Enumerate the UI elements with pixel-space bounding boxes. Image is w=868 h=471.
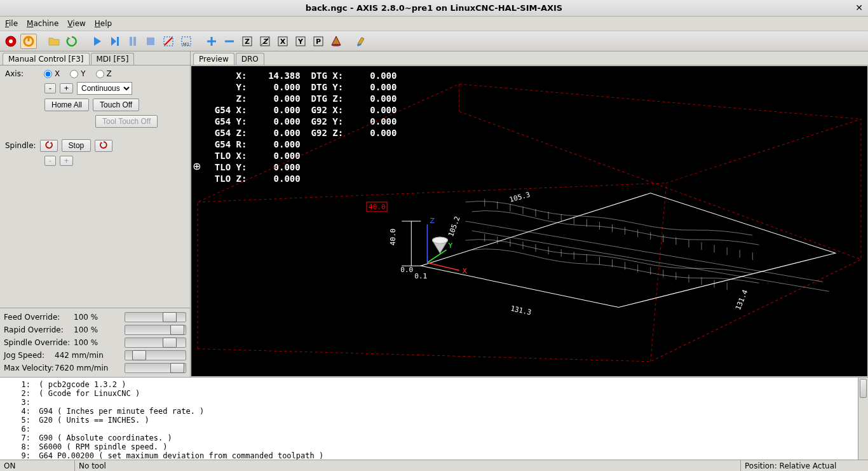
svg-point-47 bbox=[432, 237, 447, 243]
left-tabs: Manual Control [F3] MDI [F5] bbox=[0, 51, 190, 65]
rapid-override-label: Rapid Override: bbox=[4, 325, 74, 334]
svg-text:X: X bbox=[280, 38, 286, 46]
view-z2-icon[interactable]: Z bbox=[257, 34, 273, 49]
svg-text:105.2: 105.2 bbox=[447, 215, 462, 238]
jog-speed-label: Jog Speed: bbox=[4, 351, 55, 360]
gcode-line[interactable]: 6: bbox=[5, 425, 863, 433]
spindle-override-slider[interactable] bbox=[125, 338, 186, 348]
spindle-minus-button[interactable]: - bbox=[44, 156, 56, 166]
feed-override-slider[interactable] bbox=[125, 312, 186, 322]
menu-bar: File Machine View Help bbox=[0, 17, 868, 31]
feed-override-value: 100 % bbox=[74, 313, 125, 322]
svg-line-41 bbox=[427, 263, 459, 270]
status-bar: ON No tool Position: Relative Actual bbox=[0, 460, 868, 471]
gcode-scrollbar[interactable] bbox=[858, 378, 868, 460]
tool-touch-off-button[interactable]: Tool Touch Off bbox=[95, 115, 158, 128]
preview-area: Preview DRO ⊕ X: 14.388 DTG X: 0.000 Y: … bbox=[191, 51, 868, 377]
toolbar: M1 Z Z X Y P bbox=[0, 31, 868, 51]
rapid-override-slider[interactable] bbox=[125, 325, 186, 335]
jog-minus-button[interactable]: - bbox=[44, 83, 56, 93]
rapid-override-value: 100 % bbox=[74, 325, 125, 334]
power-icon[interactable] bbox=[20, 34, 37, 49]
svg-text:40.0: 40.0 bbox=[389, 229, 397, 246]
svg-text:40.0: 40.0 bbox=[369, 203, 386, 211]
svg-text:Y: Y bbox=[448, 242, 453, 250]
step-icon[interactable] bbox=[107, 34, 123, 49]
svg-text:Z: Z bbox=[245, 38, 250, 46]
menu-help[interactable]: Help bbox=[95, 19, 112, 28]
tab-mdi[interactable]: MDI [F5] bbox=[91, 53, 135, 65]
zoom-out-icon[interactable] bbox=[221, 34, 238, 49]
gcode-line[interactable]: 8: S6000 ( RPM spindle speed. ) bbox=[5, 442, 863, 451]
svg-text:P: P bbox=[316, 38, 321, 46]
axis-radio-z[interactable]: Z bbox=[96, 69, 112, 78]
window-close-icon[interactable]: ✕ bbox=[855, 3, 863, 13]
toolpath-scene: 0.0 40.0 0.1 131.3 131.4 105.3 105.2 40.… bbox=[191, 66, 867, 376]
clear-plot-icon[interactable] bbox=[353, 34, 370, 49]
gcode-listing[interactable]: 1: ( pcb2gcode 1.3.2 )2: ( Gcode for Lin… bbox=[0, 377, 868, 460]
tab-preview[interactable]: Preview bbox=[193, 53, 234, 65]
svg-text:131.3: 131.3 bbox=[510, 304, 532, 317]
status-tool: No tool bbox=[75, 460, 741, 471]
gcode-line[interactable]: 2: ( Gcode for LinuxCNC ) bbox=[5, 389, 863, 398]
svg-text:X: X bbox=[463, 267, 468, 275]
view-z-icon[interactable]: Z bbox=[239, 34, 255, 49]
menu-file[interactable]: File bbox=[5, 19, 18, 28]
view-p-icon[interactable]: P bbox=[310, 34, 327, 49]
preview-viewport[interactable]: ⊕ X: 14.388 DTG X: 0.000 Y: 0.000 DTG Y:… bbox=[191, 66, 867, 376]
svg-point-2 bbox=[9, 39, 13, 43]
run-icon[interactable] bbox=[89, 34, 105, 49]
window-title: back.ngc - AXIS 2.8.0~pre1 on LinuxCNC-H… bbox=[306, 3, 562, 13]
axis-radio-y[interactable]: Y bbox=[70, 69, 85, 78]
tab-dro[interactable]: DRO bbox=[236, 53, 264, 65]
pause-icon[interactable] bbox=[125, 34, 141, 49]
gcode-line[interactable]: 5: G20 ( Units == INCHES. ) bbox=[5, 416, 863, 425]
perspective-icon[interactable] bbox=[328, 34, 344, 49]
menu-machine[interactable]: Machine bbox=[27, 19, 58, 28]
gcode-line[interactable]: 9: G64 P0.00200 ( set maximum deviation … bbox=[5, 451, 863, 460]
gcode-line[interactable]: 3: bbox=[5, 398, 863, 407]
left-panel: Manual Control [F3] MDI [F5] Axis: X Y Z… bbox=[0, 51, 191, 377]
tab-manual-control[interactable]: Manual Control [F3] bbox=[3, 53, 90, 65]
svg-text:Y: Y bbox=[297, 38, 304, 46]
svg-text:0.0: 0.0 bbox=[400, 266, 413, 274]
spindle-label: Spindle: bbox=[5, 141, 36, 150]
spindle-cw-button[interactable] bbox=[95, 140, 112, 152]
jog-speed-value: 442 mm/min bbox=[55, 351, 125, 360]
open-icon[interactable] bbox=[46, 34, 62, 49]
svg-rect-7 bbox=[133, 37, 136, 46]
svg-text:105.3: 105.3 bbox=[508, 191, 531, 204]
menu-view[interactable]: View bbox=[67, 19, 85, 28]
zoom-in-icon[interactable] bbox=[203, 34, 220, 49]
svg-point-27 bbox=[332, 44, 341, 46]
reload-icon[interactable] bbox=[64, 34, 80, 49]
svg-rect-5 bbox=[117, 37, 119, 46]
jog-increment-select[interactable]: Continuous bbox=[77, 82, 132, 95]
spindle-ccw-button[interactable] bbox=[40, 140, 58, 152]
overrides-panel: Feed Override: 100 % Rapid Override: 100… bbox=[0, 308, 190, 377]
spindle-plus-button[interactable]: + bbox=[60, 156, 73, 166]
estop-icon[interactable] bbox=[3, 34, 19, 49]
gcode-line[interactable]: 7: G90 ( Absolute coordinates. ) bbox=[5, 433, 863, 442]
jog-speed-slider[interactable] bbox=[125, 350, 186, 360]
max-velocity-slider[interactable] bbox=[125, 363, 186, 373]
spindle-stop-button[interactable]: Stop bbox=[62, 139, 92, 152]
svg-rect-6 bbox=[130, 37, 132, 46]
feed-override-label: Feed Override: bbox=[4, 313, 74, 322]
jog-plus-button[interactable]: + bbox=[60, 83, 73, 93]
gcode-line[interactable]: 4: G94 ( Inches per minute feed rate. ) bbox=[5, 407, 863, 416]
view-x-icon[interactable]: X bbox=[275, 34, 291, 49]
home-all-button[interactable]: Home All bbox=[44, 99, 89, 111]
spindle-override-value: 100 % bbox=[74, 338, 125, 347]
touch-off-button[interactable]: Touch Off bbox=[93, 99, 139, 111]
stop-icon[interactable] bbox=[142, 34, 159, 49]
optional-stop-icon[interactable]: M1 bbox=[178, 34, 194, 49]
axis-radio-x[interactable]: X bbox=[44, 69, 60, 78]
max-velocity-value: 7620 mm/min bbox=[55, 364, 125, 372]
svg-rect-8 bbox=[147, 38, 154, 45]
view-y-icon[interactable]: Y bbox=[292, 34, 309, 49]
block-skip-icon[interactable] bbox=[160, 34, 177, 49]
status-position: Position: Relative Actual bbox=[741, 460, 868, 471]
gcode-line[interactable]: 1: ( pcb2gcode 1.3.2 ) bbox=[5, 380, 863, 389]
svg-text:0.1: 0.1 bbox=[414, 272, 427, 280]
